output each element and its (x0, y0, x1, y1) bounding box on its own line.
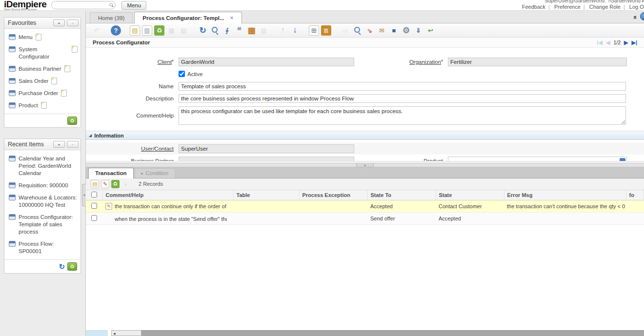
recent-item-process-configurator[interactable]: Process Configurator: Template of sales … (4, 211, 80, 238)
client-label[interactable]: Client* (86, 59, 179, 65)
grid-toggle-icon[interactable]: ▦ (246, 25, 257, 36)
archive-icon[interactable]: ≣ (321, 25, 331, 36)
edit-row-icon[interactable]: ✎ (105, 203, 112, 210)
report-icon[interactable]: ⊞ (309, 25, 319, 36)
splitter-collapse-icon[interactable]: ▾ (356, 163, 374, 167)
recent-item-process-flow[interactable]: Process Flow: SP00001 (4, 238, 80, 257)
organization-label-text[interactable]: Organization (409, 59, 441, 65)
sidebar-collapse-handle[interactable]: ◂ (82, 184, 86, 206)
next-record-icon[interactable]: ▶ (624, 40, 628, 46)
maximize-panel-icon[interactable]: ▫ (67, 141, 79, 148)
description-field[interactable] (179, 94, 626, 103)
search-input[interactable] (51, 1, 116, 9)
favourite-item-menu[interactable]: Menu (4, 31, 80, 43)
organization-label[interactable]: Organization* (365, 59, 448, 65)
row-checkbox[interactable] (91, 203, 97, 209)
favourite-item-product[interactable]: Product (4, 99, 80, 112)
scroll-left-icon[interactable]: ◀ (113, 332, 116, 335)
col-state-to[interactable]: State To (367, 190, 436, 200)
section-information[interactable]: ◢ Information (86, 131, 644, 140)
col-comment-help[interactable]: Comment/Help (102, 190, 233, 200)
splitter-bar[interactable]: ▾ (86, 163, 644, 167)
refresh-icon[interactable]: ↻ (59, 262, 65, 271)
process-icon[interactable]: ⚙ (401, 25, 411, 36)
col-table[interactable]: Table (233, 190, 299, 200)
change-role-link[interactable]: Change Role (589, 4, 621, 10)
recent-item-requisition[interactable]: Requisition: 900000 (4, 179, 80, 192)
new-record-icon[interactable] (51, 78, 57, 84)
close-tab-icon[interactable]: × (230, 15, 234, 21)
maximize-panel-icon[interactable]: ▫ (67, 20, 79, 26)
sidebar: Favourites ▴ ▫ Menu System Configurator … (0, 11, 86, 336)
new-record-icon[interactable] (41, 102, 47, 109)
cell-table (233, 213, 299, 225)
favourite-item-system-configurator[interactable]: System Configurator (4, 43, 80, 63)
tab-transaction[interactable]: Transaction (88, 168, 134, 178)
workflow-icon[interactable]: ⇘ (364, 25, 375, 36)
new-record-icon[interactable] (36, 34, 41, 40)
search-icon[interactable] (109, 3, 113, 6)
tab-condition[interactable]: ▸ Condition (135, 168, 176, 178)
last-record-icon[interactable]: ▶| (631, 40, 637, 46)
scrollbar-track[interactable] (141, 330, 644, 336)
product-lookup-icon[interactable] (620, 158, 625, 161)
business-partner-field[interactable] (179, 157, 354, 161)
collapse-header-icon[interactable]: « (632, 16, 639, 19)
select-all-checkbox[interactable] (91, 192, 97, 198)
remove-favourite-bin-icon[interactable]: ♻ (67, 117, 77, 125)
preference-link[interactable]: Preference (554, 4, 581, 10)
new-record-icon[interactable]: ▤ (130, 25, 140, 36)
organization-field[interactable] (448, 58, 627, 66)
favourite-item-business-partner[interactable]: Business Partner (4, 63, 80, 75)
tab-process-configurator[interactable]: Process Configurator: Templ... × (134, 12, 242, 23)
zoom-across-icon[interactable] (352, 25, 362, 36)
favourite-item-purchase-order[interactable]: Purchase Order (4, 87, 80, 99)
cell-state-to: Send offer (367, 213, 436, 225)
new-record-icon[interactable] (64, 65, 70, 72)
customize-grid-icon[interactable]: ✎ (101, 180, 109, 188)
detail-record-icon[interactable]: ↓ (290, 25, 300, 36)
name-field[interactable] (179, 82, 626, 91)
collapse-panel-icon[interactable]: ▴ (53, 141, 65, 148)
product-field[interactable] (448, 157, 627, 161)
col-error-msg[interactable]: Error Msg (504, 190, 626, 200)
delete-row-icon[interactable]: ♻ (111, 180, 120, 188)
new-record-icon[interactable] (61, 90, 67, 97)
clear-recent-bin-icon[interactable]: ♻ (67, 262, 77, 271)
global-help-icon[interactable] (640, 12, 644, 20)
find-icon[interactable] (210, 25, 220, 36)
table-row[interactable]: ✎the transaction can continue only if th… (86, 200, 644, 213)
row-checkbox[interactable] (91, 215, 97, 221)
client-field[interactable] (179, 58, 354, 66)
copy-record-icon[interactable]: ▥ (142, 25, 152, 36)
client-label-text[interactable]: Client (158, 59, 172, 65)
feedback-link[interactable]: Feedback (522, 4, 545, 10)
user-contact-label[interactable]: User/Contact (86, 146, 179, 152)
active-checkbox[interactable] (179, 71, 185, 77)
favourite-item-sales-order[interactable]: Sales Order (4, 75, 80, 87)
export-icon[interactable]: ⇓ (413, 25, 423, 36)
requests-icon[interactable]: ✉ (377, 25, 387, 36)
menu-button[interactable]: Menu (121, 1, 146, 10)
tab-home[interactable]: Home (39) (90, 12, 133, 23)
comment-help-field[interactable]: this process configurator can be used li… (179, 106, 626, 125)
user-contact-field[interactable] (179, 144, 354, 153)
col-process-exception[interactable]: Process Exception (299, 190, 367, 200)
log-out-link[interactable]: Log Out (629, 4, 644, 10)
end-icon[interactable]: ↩ (425, 25, 436, 36)
product-info-icon[interactable]: ■ (389, 25, 399, 36)
collapse-panel-icon[interactable]: ▴ (53, 20, 65, 26)
new-record-icon[interactable] (72, 46, 78, 53)
requery-icon[interactable]: ↻ (198, 25, 208, 36)
col-state[interactable]: State (436, 190, 504, 200)
recent-item-calendar[interactable]: Calendar Year and Period: GardenWorld Ca… (4, 153, 80, 179)
new-row-icon[interactable]: ▤ (91, 180, 99, 188)
scrollbar-thumb[interactable]: ◀ (111, 330, 141, 336)
col-truncated[interactable]: fo (626, 190, 644, 200)
attachment-icon[interactable]: ∮ (222, 25, 232, 36)
table-row[interactable]: when the process is in the state "Send o… (86, 213, 644, 225)
delete-record-icon[interactable]: ♻ (154, 25, 164, 36)
chat-icon[interactable]: ❝ (234, 25, 244, 36)
help-icon[interactable]: ? (111, 25, 121, 36)
recent-item-warehouse[interactable]: Warehouse & Locators: 10000000 HQ Test (4, 192, 80, 211)
